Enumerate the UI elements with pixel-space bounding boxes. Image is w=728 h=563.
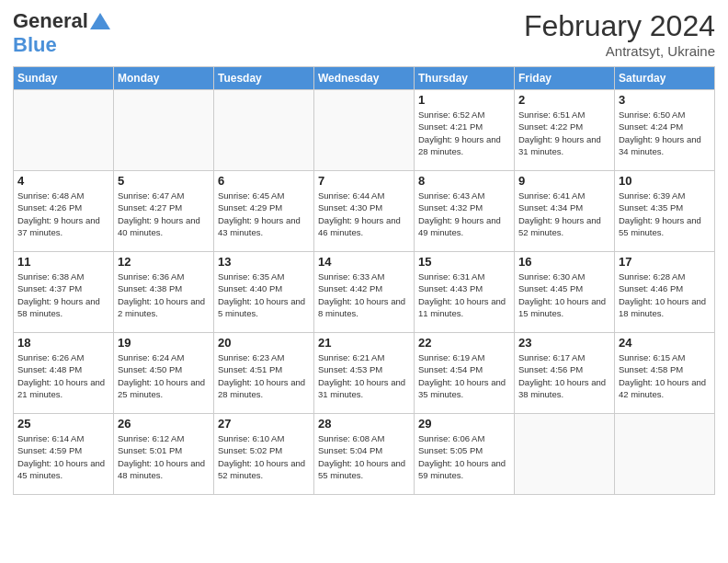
day-number: 15: [418, 255, 510, 269]
day-number: 21: [318, 336, 410, 350]
day-cell: [14, 90, 114, 171]
day-cell: 16Sunrise: 6:30 AM Sunset: 4:45 PM Dayli…: [515, 252, 615, 333]
col-wednesday: Wednesday: [314, 67, 415, 90]
day-cell: [214, 90, 314, 171]
day-cell: 29Sunrise: 6:06 AM Sunset: 5:05 PM Dayli…: [415, 414, 515, 495]
day-number: 1: [418, 93, 510, 107]
day-info: Sunrise: 6:48 AM Sunset: 4:26 PM Dayligh…: [17, 190, 109, 238]
day-cell: [515, 414, 615, 495]
day-number: 12: [118, 255, 210, 269]
header: General Blue February 2024 Antratsyt, Uk…: [13, 9, 715, 59]
day-cell: 11Sunrise: 6:38 AM Sunset: 4:37 PM Dayli…: [14, 252, 114, 333]
day-number: 19: [118, 336, 210, 350]
day-info: Sunrise: 6:47 AM Sunset: 4:27 PM Dayligh…: [118, 190, 210, 238]
day-cell: 18Sunrise: 6:26 AM Sunset: 4:48 PM Dayli…: [14, 333, 114, 414]
day-cell: 27Sunrise: 6:10 AM Sunset: 5:02 PM Dayli…: [214, 414, 314, 495]
day-number: 26: [118, 417, 210, 431]
day-info: Sunrise: 6:26 AM Sunset: 4:48 PM Dayligh…: [17, 351, 109, 400]
day-info: Sunrise: 6:24 AM Sunset: 4:50 PM Dayligh…: [118, 351, 210, 400]
day-info: Sunrise: 6:44 AM Sunset: 4:30 PM Dayligh…: [318, 190, 410, 238]
day-cell: 23Sunrise: 6:17 AM Sunset: 4:56 PM Dayli…: [515, 333, 615, 414]
day-cell: 17Sunrise: 6:28 AM Sunset: 4:46 PM Dayli…: [615, 252, 715, 333]
day-cell: 12Sunrise: 6:36 AM Sunset: 4:38 PM Dayli…: [114, 252, 214, 333]
logo-icon: [90, 11, 110, 31]
day-cell: 20Sunrise: 6:23 AM Sunset: 4:51 PM Dayli…: [214, 333, 314, 414]
day-number: 7: [318, 174, 410, 188]
day-number: 13: [218, 255, 310, 269]
day-info: Sunrise: 6:06 AM Sunset: 5:05 PM Dayligh…: [418, 432, 510, 481]
col-thursday: Thursday: [415, 67, 515, 90]
day-number: 24: [619, 336, 711, 350]
day-cell: 24Sunrise: 6:15 AM Sunset: 4:58 PM Dayli…: [615, 333, 715, 414]
week-row-2: 11Sunrise: 6:38 AM Sunset: 4:37 PM Dayli…: [14, 252, 715, 333]
day-info: Sunrise: 6:43 AM Sunset: 4:32 PM Dayligh…: [418, 190, 510, 238]
day-cell: 25Sunrise: 6:14 AM Sunset: 4:59 PM Dayli…: [14, 414, 114, 495]
main-title: February 2024: [524, 9, 715, 43]
day-info: Sunrise: 6:45 AM Sunset: 4:29 PM Dayligh…: [218, 190, 310, 238]
day-cell: 21Sunrise: 6:21 AM Sunset: 4:53 PM Dayli…: [314, 333, 415, 414]
day-info: Sunrise: 6:15 AM Sunset: 4:58 PM Dayligh…: [619, 351, 711, 400]
day-cell: 7Sunrise: 6:44 AM Sunset: 4:30 PM Daylig…: [314, 171, 415, 252]
col-monday: Monday: [114, 67, 214, 90]
page: General Blue February 2024 Antratsyt, Uk…: [0, 0, 728, 563]
day-cell: [114, 90, 214, 171]
day-cell: 15Sunrise: 6:31 AM Sunset: 4:43 PM Dayli…: [415, 252, 515, 333]
day-info: Sunrise: 6:38 AM Sunset: 4:37 PM Dayligh…: [17, 270, 109, 319]
day-cell: 13Sunrise: 6:35 AM Sunset: 4:40 PM Dayli…: [214, 252, 314, 333]
day-number: 29: [418, 417, 510, 431]
day-info: Sunrise: 6:10 AM Sunset: 5:02 PM Dayligh…: [218, 432, 310, 481]
svg-marker-0: [90, 13, 110, 29]
day-info: Sunrise: 6:28 AM Sunset: 4:46 PM Dayligh…: [619, 270, 711, 319]
day-info: Sunrise: 6:21 AM Sunset: 4:53 PM Dayligh…: [318, 351, 410, 400]
logo-general: General: [13, 9, 88, 33]
day-cell: 22Sunrise: 6:19 AM Sunset: 4:54 PM Dayli…: [415, 333, 515, 414]
logo: General Blue: [13, 9, 110, 57]
day-cell: 6Sunrise: 6:45 AM Sunset: 4:29 PM Daylig…: [214, 171, 314, 252]
day-info: Sunrise: 6:23 AM Sunset: 4:51 PM Dayligh…: [218, 351, 310, 400]
day-cell: 5Sunrise: 6:47 AM Sunset: 4:27 PM Daylig…: [114, 171, 214, 252]
day-cell: 10Sunrise: 6:39 AM Sunset: 4:35 PM Dayli…: [615, 171, 715, 252]
day-number: 27: [218, 417, 310, 431]
day-cell: 28Sunrise: 6:08 AM Sunset: 5:04 PM Dayli…: [314, 414, 415, 495]
logo-blue: Blue: [13, 33, 57, 56]
col-sunday: Sunday: [14, 67, 114, 90]
day-info: Sunrise: 6:30 AM Sunset: 4:45 PM Dayligh…: [518, 270, 610, 319]
day-info: Sunrise: 6:51 AM Sunset: 4:22 PM Dayligh…: [518, 109, 610, 157]
col-friday: Friday: [515, 67, 615, 90]
day-number: 16: [518, 255, 610, 269]
day-info: Sunrise: 6:52 AM Sunset: 4:21 PM Dayligh…: [418, 109, 510, 157]
day-number: 4: [17, 174, 109, 188]
day-number: 22: [418, 336, 510, 350]
week-row-4: 25Sunrise: 6:14 AM Sunset: 4:59 PM Dayli…: [14, 414, 715, 495]
day-cell: 9Sunrise: 6:41 AM Sunset: 4:34 PM Daylig…: [515, 171, 615, 252]
day-number: 14: [318, 255, 410, 269]
day-number: 8: [418, 174, 510, 188]
day-number: 10: [619, 174, 711, 188]
week-row-3: 18Sunrise: 6:26 AM Sunset: 4:48 PM Dayli…: [14, 333, 715, 414]
col-tuesday: Tuesday: [214, 67, 314, 90]
subtitle: Antratsyt, Ukraine: [524, 43, 715, 59]
title-area: February 2024 Antratsyt, Ukraine: [524, 9, 715, 59]
day-info: Sunrise: 6:14 AM Sunset: 4:59 PM Dayligh…: [17, 432, 109, 481]
day-info: Sunrise: 6:33 AM Sunset: 4:42 PM Dayligh…: [318, 270, 410, 319]
day-cell: 2Sunrise: 6:51 AM Sunset: 4:22 PM Daylig…: [515, 90, 615, 171]
day-info: Sunrise: 6:36 AM Sunset: 4:38 PM Dayligh…: [118, 270, 210, 319]
day-cell: 26Sunrise: 6:12 AM Sunset: 5:01 PM Dayli…: [114, 414, 214, 495]
day-info: Sunrise: 6:35 AM Sunset: 4:40 PM Dayligh…: [218, 270, 310, 319]
day-cell: [314, 90, 415, 171]
day-cell: 8Sunrise: 6:43 AM Sunset: 4:32 PM Daylig…: [415, 171, 515, 252]
day-number: 18: [17, 336, 109, 350]
day-number: 25: [17, 417, 109, 431]
day-info: Sunrise: 6:41 AM Sunset: 4:34 PM Dayligh…: [518, 190, 610, 238]
day-info: Sunrise: 6:12 AM Sunset: 5:01 PM Dayligh…: [118, 432, 210, 481]
day-number: 20: [218, 336, 310, 350]
day-info: Sunrise: 6:17 AM Sunset: 4:56 PM Dayligh…: [518, 351, 610, 400]
day-cell: 19Sunrise: 6:24 AM Sunset: 4:50 PM Dayli…: [114, 333, 214, 414]
day-number: 6: [218, 174, 310, 188]
day-number: 28: [318, 417, 410, 431]
day-number: 11: [17, 255, 109, 269]
day-number: 17: [619, 255, 711, 269]
col-saturday: Saturday: [615, 67, 715, 90]
day-number: 9: [518, 174, 610, 188]
calendar-table: Sunday Monday Tuesday Wednesday Thursday…: [13, 66, 715, 495]
